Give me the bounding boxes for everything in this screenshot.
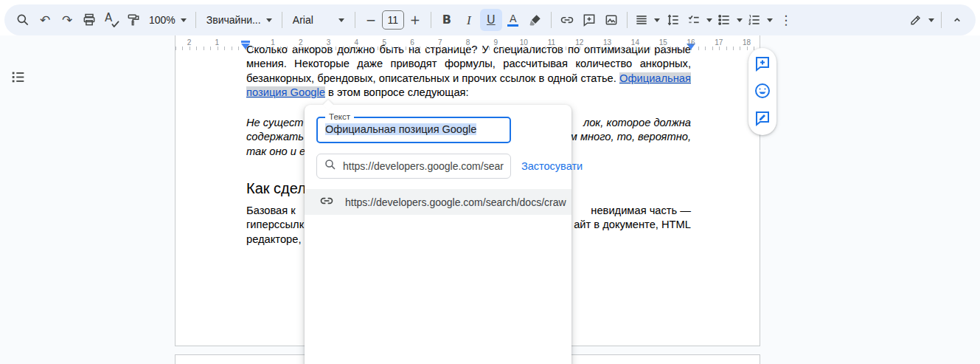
paint-roller-icon — [126, 13, 141, 27]
toolbar-divider — [431, 12, 431, 28]
more-options-button[interactable]: ⋮ — [775, 9, 797, 31]
checklist-button[interactable] — [684, 9, 715, 31]
document-link-selected[interactable]: Официальная — [619, 72, 691, 84]
google-docs-window: ↶ ↷ A 100% Звичайни... Arial − — [0, 0, 980, 364]
toolbar-divider — [941, 12, 942, 28]
dropdown-arrow-icon — [767, 18, 773, 22]
zoom-select[interactable]: 100% — [145, 9, 191, 31]
paragraph: Сколько анкоров должно быть на странице?… — [246, 43, 691, 100]
search-icon — [15, 13, 30, 27]
link-text-label: Текст — [325, 112, 354, 121]
text-color-icon: A — [507, 13, 518, 27]
link-icon — [319, 193, 334, 211]
link-url-row: https://developers.google.com/sear Засто… — [316, 154, 583, 179]
toolbar-divider — [551, 12, 552, 28]
bullet-list-button[interactable] — [715, 9, 745, 31]
styles-select[interactable]: Звичайни... — [201, 9, 277, 31]
font-size-input[interactable]: 11 — [382, 10, 404, 30]
decrease-font-size-button[interactable]: − — [360, 9, 382, 31]
dropdown-arrow-icon — [266, 18, 272, 22]
bold-icon: B — [442, 14, 451, 26]
zoom-value: 100% — [149, 14, 176, 26]
image-icon — [604, 13, 619, 27]
text-line: мнения. Некоторые даже приводят формулы,… — [246, 57, 691, 71]
highlighter-icon — [528, 13, 543, 27]
styles-value: Звичайни... — [206, 14, 261, 26]
editing-mode-button[interactable] — [906, 9, 936, 31]
comment-add-icon — [754, 63, 771, 75]
margin-actions-pill — [748, 48, 776, 135]
dropdown-arrow-icon — [928, 18, 934, 22]
toolbar: ↶ ↷ A 100% Звичайни... Arial − — [4, 4, 976, 35]
text-line: безанкорных, брендовых, описательных и п… — [246, 72, 691, 86]
toolbar-divider — [282, 12, 282, 28]
link-url-field[interactable]: https://developers.google.com/sear — [316, 154, 511, 179]
undo-button[interactable]: ↶ — [34, 9, 56, 31]
print-button[interactable] — [78, 9, 100, 31]
link-url-value: https://developers.google.com/sear — [343, 160, 504, 172]
line-spacing-icon — [666, 13, 681, 27]
redo-icon: ↷ — [62, 14, 72, 27]
pencil-icon — [908, 13, 923, 27]
text-line: позиция Google в этом вопросе следующая: — [246, 86, 691, 100]
toolbar-divider — [195, 12, 196, 28]
link-text-value-selected[interactable]: Официальная позиция Google — [325, 123, 476, 135]
increase-font-size-button[interactable]: + — [404, 9, 426, 31]
insert-image-button[interactable] — [600, 9, 622, 31]
undo-icon: ↶ — [40, 14, 50, 27]
add-comment-margin-button[interactable] — [753, 55, 772, 74]
add-comment-button[interactable] — [578, 9, 600, 31]
numbered-list-button[interactable] — [745, 9, 775, 31]
font-select[interactable]: Arial — [287, 9, 350, 31]
italic-icon: I — [467, 14, 471, 27]
insert-link-button[interactable] — [556, 9, 578, 31]
align-justify-icon — [634, 13, 649, 27]
link-text-field[interactable]: Текст Официальная позиция Google — [316, 117, 511, 143]
link-edit-dialog: Текст Официальная позиция Google https:/… — [305, 105, 571, 364]
bullet-list-icon — [717, 13, 731, 27]
collapse-toolbar-button[interactable] — [946, 9, 968, 31]
underline-button[interactable]: U — [480, 9, 502, 31]
search-icon — [324, 158, 337, 174]
dropdown-arrow-icon — [706, 18, 712, 22]
italic-button[interactable]: I — [458, 9, 480, 31]
redo-button[interactable]: ↷ — [56, 9, 78, 31]
numbered-list-icon — [747, 13, 762, 27]
toolbar-divider — [355, 12, 355, 28]
dropdown-arrow-icon — [338, 18, 344, 22]
spellcheck-button[interactable]: A — [100, 9, 122, 31]
underline-icon: U — [487, 14, 496, 26]
print-icon — [82, 13, 97, 27]
align-button[interactable] — [632, 9, 662, 31]
document-outline-icon — [10, 76, 27, 87]
minus-icon: − — [366, 14, 376, 27]
paint-format-button[interactable] — [122, 9, 145, 31]
apply-button[interactable]: Застосувати — [521, 160, 583, 172]
plus-icon: + — [410, 14, 420, 27]
document-link-selected[interactable]: позиция Google — [246, 86, 325, 98]
font-value: Arial — [293, 14, 313, 26]
show-outline-button[interactable] — [7, 66, 29, 89]
section-heading: Как сдел — [246, 179, 306, 198]
link-icon — [560, 13, 574, 27]
bold-button[interactable]: B — [436, 9, 458, 31]
comment-add-icon — [582, 13, 597, 27]
search-button[interactable] — [12, 9, 34, 31]
add-emoji-reaction-button[interactable] — [753, 82, 772, 101]
dropdown-arrow-icon — [737, 18, 743, 22]
suggest-edits-button[interactable] — [753, 109, 772, 128]
highlight-color-button[interactable] — [524, 9, 546, 31]
toolbar-divider — [627, 12, 628, 28]
more-vertical-icon: ⋮ — [779, 14, 792, 27]
text-line: Сколько анкоров должно быть на странице?… — [246, 43, 691, 57]
chevron-up-icon — [950, 13, 965, 27]
text-color-button[interactable]: A — [502, 9, 524, 31]
line-spacing-button[interactable] — [662, 9, 684, 31]
checklist-icon — [687, 13, 701, 27]
dropdown-arrow-icon — [654, 18, 660, 22]
url-suggestion-row[interactable]: https://developers.google.com/search/doc… — [305, 189, 571, 215]
dropdown-arrow-icon — [181, 18, 187, 22]
feedback-pencil-icon — [754, 118, 771, 129]
emoji-icon — [754, 91, 771, 102]
suggested-url: https://developers.google.com/search/doc… — [345, 196, 566, 208]
